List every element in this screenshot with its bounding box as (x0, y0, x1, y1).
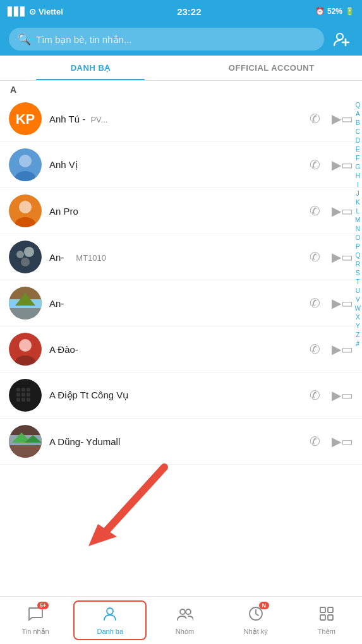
svg-rect-30 (21, 398, 25, 402)
video-icon[interactable]: ▶▭ (332, 434, 353, 449)
nav-them-label: Thêm (318, 628, 335, 635)
alpha-g[interactable]: G (355, 163, 360, 171)
call-icon[interactable]: ✆ (310, 111, 320, 126)
alpha-q-search[interactable]: Q (355, 101, 360, 109)
contact-item: KP Anh Tú - PV... ✆ ▶▭ (0, 96, 362, 142)
svg-rect-45 (320, 615, 325, 620)
alpha-e[interactable]: E (356, 145, 360, 153)
nav-danh-ba-label: Danh ba (97, 628, 124, 635)
video-icon[interactable]: ▶▭ (332, 157, 353, 172)
alpha-b[interactable]: B (356, 119, 360, 127)
add-friend-button[interactable] (330, 28, 353, 51)
contact-actions: ✆ ▶▭ (310, 295, 353, 311)
video-icon[interactable]: ▶▭ (332, 295, 353, 311)
grid-icon (318, 605, 335, 626)
alpha-c[interactable]: C (356, 128, 360, 136)
tab-official-account[interactable]: OFFICIAL ACCOUNT (181, 56, 363, 80)
contact-item: An- MT1010 ✆ ▶▭ (0, 234, 362, 280)
video-icon[interactable]: ▶▭ (332, 249, 353, 265)
alpha-k[interactable]: K (356, 198, 360, 206)
call-icon[interactable]: ✆ (310, 434, 320, 449)
alpha-h[interactable]: H (356, 172, 360, 180)
alpha-d[interactable]: D (356, 136, 360, 145)
alpha-r[interactable]: R (356, 260, 360, 268)
nav-danh-ba[interactable]: Danh ba (73, 600, 147, 640)
avatar: KP (9, 102, 42, 135)
video-icon[interactable]: ▶▭ (332, 342, 353, 357)
svg-rect-24 (21, 388, 25, 391)
svg-rect-29 (16, 398, 20, 402)
nav-nhom[interactable]: Nhóm (149, 602, 220, 639)
svg-rect-31 (27, 398, 30, 402)
nav-them[interactable]: Thêm (291, 602, 362, 639)
battery-text: 52% (327, 7, 342, 16)
svg-point-41 (186, 609, 191, 614)
nav-nhat-ky[interactable]: N Nhật ký (220, 602, 291, 640)
call-icon[interactable]: ✆ (310, 295, 320, 311)
search-bar: 🔍 (0, 23, 362, 56)
signal-icon: ▋▋▋ (8, 7, 27, 16)
contact-item: A Đào- ✆ ▶▭ (0, 326, 362, 373)
video-icon[interactable]: ▶▭ (332, 203, 353, 218)
alpha-j[interactable]: J (356, 189, 359, 198)
avatar (9, 425, 42, 458)
video-icon[interactable]: ▶▭ (332, 388, 353, 403)
contact-actions: ✆ ▶▭ (310, 157, 353, 172)
call-icon[interactable]: ✆ (310, 157, 320, 172)
alpha-w[interactable]: W (355, 304, 361, 313)
clock-icon: N (248, 605, 264, 626)
chat-icon: 5+ (27, 605, 44, 626)
contact-actions: ✆ ▶▭ (310, 434, 353, 449)
contact-item: An Pro ✆ ▶▭ (0, 188, 362, 234)
alpha-l[interactable]: L (356, 207, 359, 215)
call-icon[interactable]: ✆ (310, 203, 320, 218)
battery-icon: 🔋 (345, 7, 354, 16)
search-input-wrap[interactable]: 🔍 (9, 28, 324, 51)
wifi-icon: ⊙ (29, 7, 36, 16)
alpha-s[interactable]: S (356, 269, 360, 277)
alpha-y[interactable]: Y (356, 322, 360, 330)
alpha-t[interactable]: T (356, 278, 359, 286)
alpha-i[interactable]: I (357, 181, 359, 189)
svg-rect-25 (27, 388, 30, 391)
alpha-a[interactable]: A (356, 110, 360, 118)
contact-name: An Pro (49, 206, 310, 217)
video-icon[interactable]: ▶▭ (332, 111, 353, 126)
call-icon[interactable]: ✆ (310, 388, 320, 403)
status-right: ⏰ 52% 🔋 (315, 7, 354, 16)
alpha-m[interactable]: M (355, 216, 360, 224)
call-icon[interactable]: ✆ (310, 342, 320, 357)
section-header-a: A (0, 81, 362, 96)
alpha-o[interactable]: O (355, 234, 360, 242)
alpha-n[interactable]: N (356, 225, 360, 233)
svg-point-39 (107, 608, 113, 614)
alarm-icon: ⏰ (315, 7, 325, 16)
nav-nhom-label: Nhóm (176, 628, 194, 635)
status-carrier: ▋▋▋ ⊙ Viettel (8, 7, 63, 16)
contact-item: An- ✆ ▶▭ (0, 280, 362, 326)
alpha-x[interactable]: X (356, 313, 360, 321)
contact-name: Anh Vị (49, 159, 310, 170)
tab-danh-ba[interactable]: DANH BẠ (0, 56, 181, 80)
search-input[interactable] (36, 34, 315, 45)
call-icon[interactable]: ✆ (310, 249, 320, 265)
alpha-u[interactable]: U (356, 287, 360, 295)
contact-item: A Dũng- Ydumall ✆ ▶▭ (0, 419, 362, 465)
contact-name: A Điệp Tt Công Vụ (49, 390, 310, 401)
alpha-q[interactable]: Q (355, 251, 360, 259)
svg-line-37 (101, 467, 164, 537)
contact-actions: ✆ ▶▭ (310, 203, 353, 218)
alpha-p[interactable]: P (356, 242, 360, 251)
contact-actions: ✆ ▶▭ (310, 249, 353, 265)
nav-tin-nhan[interactable]: 5+ Tin nhắn (0, 602, 71, 640)
alpha-hash[interactable]: # (356, 340, 359, 348)
svg-text:KP: KP (16, 111, 35, 127)
avatar (9, 194, 42, 227)
svg-point-11 (9, 241, 42, 273)
alpha-v[interactable]: V (356, 295, 360, 304)
alpha-f[interactable]: F (356, 154, 359, 162)
contact-name: A Đào- (49, 344, 310, 355)
alpha-z[interactable]: Z (356, 331, 359, 339)
svg-rect-28 (27, 393, 30, 397)
alphabet-sidebar: Q A B C D E F G H I J K L M N O P Q R S … (355, 101, 361, 348)
